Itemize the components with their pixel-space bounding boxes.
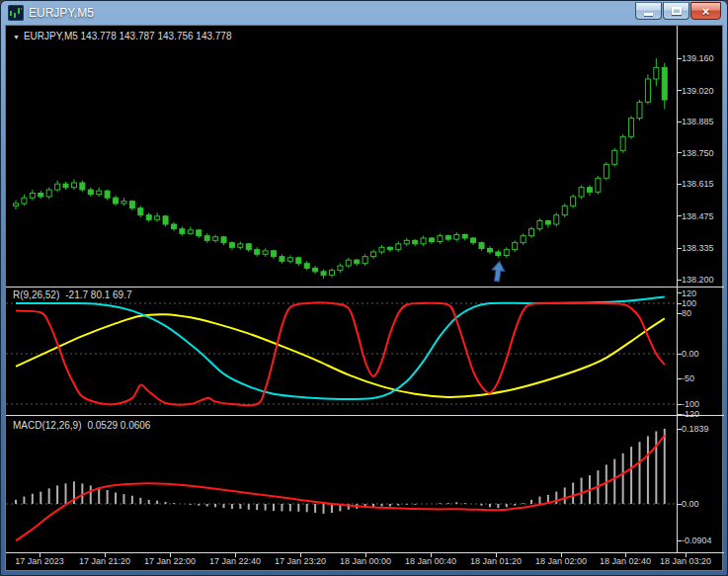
candles-layer [14, 58, 668, 279]
macd-values: 0.0529 0.0606 [87, 420, 150, 431]
oscillator-axis-label: 120 [682, 288, 696, 298]
chart-area[interactable]: ▼EURJPY,M5 143.778 143.787 143.756 143.7… [5, 25, 723, 571]
time-axis-label: 18 Jan 00:40 [405, 556, 456, 566]
oscillator-axis-label: -50 [682, 373, 694, 383]
red-step-line [16, 302, 665, 405]
close-icon: × [702, 5, 710, 18]
time-axis-label: 17 Jan 21:20 [79, 556, 130, 566]
price-axis-label: 139.020 [682, 86, 714, 96]
time-axis-label: 17 Jan 22:00 [144, 556, 196, 566]
app-window: EURJPY,M5 × ▼EURJPY, [0, 0, 728, 576]
oscillator-axis-label: -120 [682, 409, 699, 419]
window-title: EURJPY,M5 [29, 6, 94, 20]
minimize-icon [644, 13, 653, 16]
maximize-icon [672, 7, 682, 15]
macd-axis-label: -0.0904 [682, 535, 712, 545]
price-axis-label: 138.615 [682, 179, 714, 189]
oscillator-lines [16, 296, 665, 405]
oscillator-axis-label: 100 [682, 298, 696, 308]
maximize-button[interactable] [663, 2, 689, 20]
time-axis-label: 18 Jan 03:20 [660, 556, 711, 566]
header-ohlc-values: 143.778 143.787 143.756 143.778 [81, 31, 232, 41]
symbol-dropdown-icon[interactable]: ▼ [13, 34, 20, 41]
price-axis-label: 138.885 [682, 117, 714, 126]
price-axis-label: 138.200 [682, 275, 714, 285]
axis-ticks [40, 58, 686, 557]
oscillator-values: -21.7 80.1 69.7 [65, 289, 131, 300]
macd-histogram [16, 429, 665, 514]
time-axis-label: 18 Jan 02:40 [600, 556, 651, 566]
oscillator-axis-label: 80 [682, 308, 691, 318]
up-arrow-annotation[interactable] [490, 261, 506, 283]
price-axis-label: 138.335 [682, 243, 714, 253]
price-axis-label: 138.750 [682, 148, 714, 158]
header-symbol: EURJPY,M5 [24, 31, 78, 41]
window-titlebar[interactable]: EURJPY,M5 × [1, 1, 727, 25]
price-axis-label: 138.475 [682, 211, 714, 221]
time-axis-label: 17 Jan 2023 [15, 556, 64, 566]
time-axis-label: 18 Jan 00:00 [340, 556, 391, 566]
close-button[interactable]: × [690, 2, 721, 20]
macd-name: MACD(12,26,9) [13, 420, 81, 431]
oscillator-name: R(9,26,52) [13, 289, 59, 300]
oscillator-axis-label: -100 [682, 399, 699, 409]
window-controls: × [635, 2, 721, 20]
price-axis-label: 139.160 [682, 53, 714, 63]
macd-axis-label: 0.1839 [682, 424, 709, 434]
cyan-line [16, 296, 665, 399]
time-axis-label: 18 Jan 01:20 [470, 556, 522, 566]
macd-axis-label: 0.00 [682, 499, 699, 509]
oscillator-indicator-label: R(9,26,52)-21.7 80.1 69.7 [13, 289, 132, 300]
time-axis-label: 17 Jan 22:40 [209, 556, 261, 566]
chart-window-icon [8, 5, 24, 21]
macd-signal-line [16, 436, 665, 541]
time-axis-label: 17 Jan 23:20 [275, 556, 326, 566]
minimize-button[interactable] [635, 2, 662, 20]
oscillator-axis-label: 0.00 [682, 349, 699, 359]
time-axis-label: 18 Jan 02:00 [535, 556, 587, 566]
macd-indicator-label: MACD(12,26,9)0.0529 0.0606 [13, 420, 150, 431]
yellow-line [16, 314, 665, 397]
chart-ohlc-header: ▼EURJPY,M5 143.778 143.787 143.756 143.7… [13, 31, 232, 41]
